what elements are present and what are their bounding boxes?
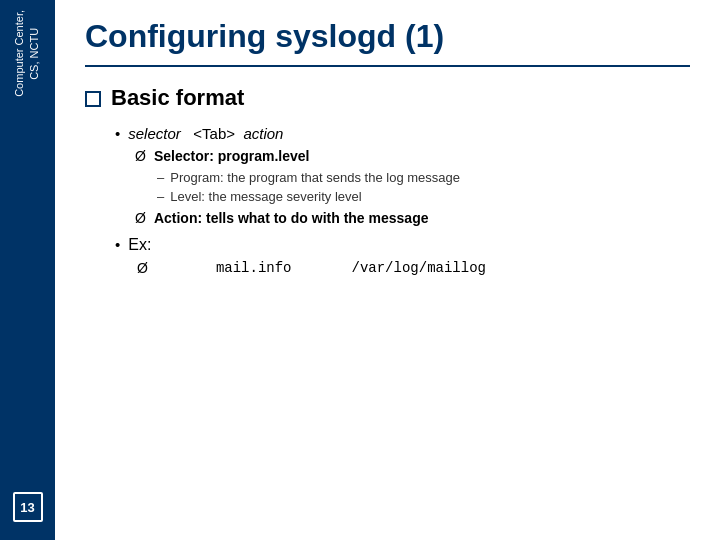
sidebar-org-text: Computer Center, CS, NCTU xyxy=(12,10,43,97)
tab-text: <Tab> xyxy=(193,125,235,142)
page-title: Configuring syslogd (1) xyxy=(85,18,690,55)
arrow-sym-action: Ø xyxy=(135,210,146,226)
ex-section: • Ex: Ø mail.info /var/log/maillog xyxy=(115,236,690,276)
sidebar: Computer Center, CS, NCTU 13 xyxy=(0,0,55,540)
dash-sym-2: – xyxy=(157,189,164,204)
sub-bullets: Ø Selector: program.level – Program: the… xyxy=(135,148,690,226)
ex-selector-value: mail.info xyxy=(216,260,292,276)
program-desc: Program: the program that sends the log … xyxy=(170,170,460,185)
ex-action-value: /var/log/maillog xyxy=(352,260,486,276)
dash-sym-1: – xyxy=(157,170,164,185)
selector-header: Selector: program.level xyxy=(154,148,310,164)
main-content: Configuring syslogd (1) Basic format • s… xyxy=(55,0,720,540)
section-header: Basic format xyxy=(85,85,690,111)
level-desc: Level: the message severity level xyxy=(170,189,361,204)
action-text: action xyxy=(243,125,283,142)
program-sub-item: – Program: the program that sends the lo… xyxy=(157,170,690,185)
action-arrow-item: Ø Action: tells what to do with the mess… xyxy=(135,210,690,226)
level-sub-item: – Level: the message severity level xyxy=(157,189,690,204)
bullet-item-selector: • selector <Tab> action Ø Selector: prog… xyxy=(115,125,690,226)
arrow-sym-selector: Ø xyxy=(135,148,146,164)
title-divider xyxy=(85,65,690,67)
section-title: Basic format xyxy=(111,85,244,111)
ex-inner: Ø mail.info /var/log/maillog xyxy=(137,260,690,276)
selector-arrow-item: Ø Selector: program.level xyxy=(135,148,690,164)
arrow-sym-ex: Ø xyxy=(137,260,148,276)
action-header: Action: tells what to do with the messag… xyxy=(154,210,429,226)
ex-row: • Ex: xyxy=(115,236,690,254)
page-number: 13 xyxy=(13,492,43,522)
selector-text: selector xyxy=(128,125,181,142)
ex-label: Ex: xyxy=(128,236,151,254)
checkbox-icon xyxy=(85,91,101,107)
bullet-dot-2: • xyxy=(115,236,120,253)
bullet-dot-1: • xyxy=(115,125,120,142)
